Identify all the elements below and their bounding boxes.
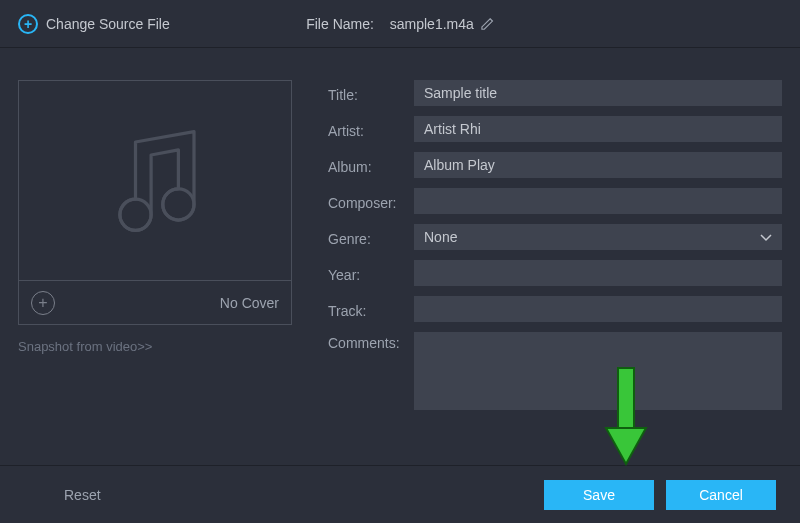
add-cover-button[interactable]: + <box>31 291 55 315</box>
file-name-display: File Name: sample1.m4a <box>306 16 494 32</box>
chevron-down-icon <box>760 228 772 246</box>
header: + Change Source File File Name: sample1.… <box>0 0 800 48</box>
artist-label: Artist: <box>328 120 414 139</box>
title-label: Title: <box>328 84 414 103</box>
comments-label: Comments: <box>328 332 414 351</box>
change-source-file-button[interactable]: + Change Source File <box>18 14 170 34</box>
title-input[interactable] <box>414 80 782 106</box>
year-label: Year: <box>328 264 414 283</box>
cover-art-placeholder <box>19 81 291 280</box>
music-note-icon <box>90 116 220 246</box>
main-content: + No Cover Snapshot from video>> Title: … <box>0 48 800 420</box>
album-input[interactable] <box>414 152 782 178</box>
composer-input[interactable] <box>414 188 782 214</box>
change-source-label: Change Source File <box>46 16 170 32</box>
genre-select[interactable]: None <box>414 224 782 250</box>
footer: Reset Save Cancel <box>0 465 800 523</box>
track-label: Track: <box>328 300 414 319</box>
year-input[interactable] <box>414 260 782 286</box>
artist-input[interactable] <box>414 116 782 142</box>
svg-point-1 <box>163 188 194 219</box>
svg-point-0 <box>120 199 151 230</box>
cover-art-box: + No Cover <box>18 80 292 325</box>
track-input[interactable] <box>414 296 782 322</box>
file-name-value: sample1.m4a <box>390 16 474 32</box>
cover-column: + No Cover Snapshot from video>> <box>18 80 292 420</box>
metadata-form: Title: Artist: Album: Composer: Genre: N… <box>328 80 782 420</box>
reset-button[interactable]: Reset <box>52 481 113 509</box>
snapshot-from-video-link[interactable]: Snapshot from video>> <box>18 339 292 354</box>
cover-footer: + No Cover <box>19 280 291 324</box>
composer-label: Composer: <box>328 192 414 211</box>
pencil-icon[interactable] <box>480 17 494 31</box>
no-cover-label: No Cover <box>220 295 279 311</box>
genre-selected-value: None <box>424 229 457 245</box>
album-label: Album: <box>328 156 414 175</box>
save-button[interactable]: Save <box>544 480 654 510</box>
cancel-button[interactable]: Cancel <box>666 480 776 510</box>
file-name-label: File Name: <box>306 16 374 32</box>
comments-textarea[interactable] <box>414 332 782 410</box>
genre-label: Genre: <box>328 228 414 247</box>
plus-circle-icon: + <box>18 14 38 34</box>
